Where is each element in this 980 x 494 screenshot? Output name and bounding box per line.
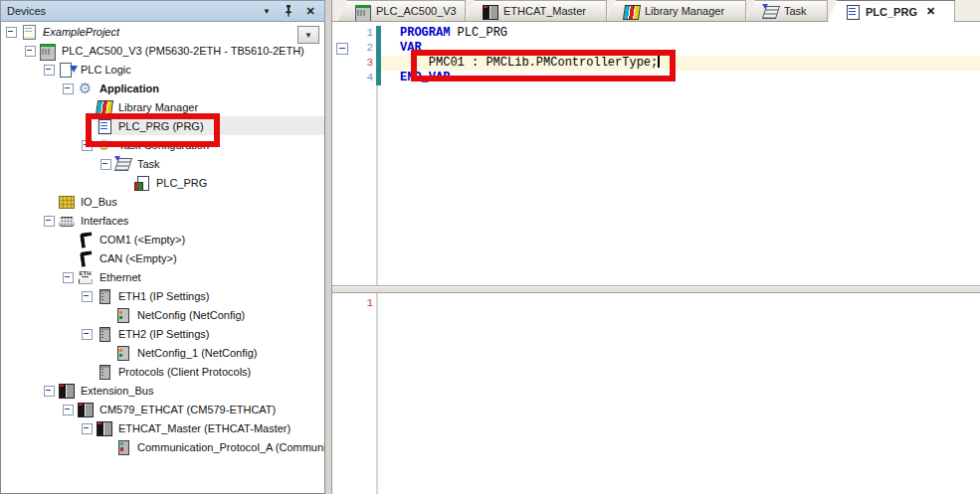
editor-splitter[interactable] xyxy=(332,285,980,293)
keyword: PROGRAM xyxy=(400,26,450,40)
tree-item-plc-ac500-v3[interactable]: PLC_AC500_V3 (PM5630-2ETH - TB5610-2ETH) xyxy=(1,41,324,60)
tree-item-label: ETH1 (IP Settings) xyxy=(116,290,212,302)
interfaces-connector-icon xyxy=(58,213,75,228)
collapse-toggle-icon[interactable] xyxy=(81,420,96,435)
tab-ethcat-master[interactable]: ETHCAT_Master xyxy=(466,0,607,21)
collapse-toggle-icon[interactable] xyxy=(5,24,20,39)
panel-menu-chevron-down-icon[interactable]: ▼ xyxy=(259,4,275,19)
tree-item-eth2[interactable]: ETH2 (IP Settings) xyxy=(1,324,324,343)
tree-item-task[interactable]: Task xyxy=(1,154,324,173)
collapse-toggle-icon[interactable] xyxy=(99,156,114,171)
implementation-editor[interactable]: 1 xyxy=(332,293,980,494)
tree-item-com1[interactable]: COM1 (<Empty>) xyxy=(1,230,324,248)
code-line-current[interactable]: 3 PMC01 : PMCLib.PMControllerType; xyxy=(332,56,980,71)
indent-spacer xyxy=(43,194,58,209)
tab-library-manager[interactable]: Library Manager xyxy=(607,0,746,21)
indent-spacer xyxy=(81,118,96,133)
tree-item-io-bus[interactable]: IO_Bus xyxy=(1,192,324,211)
fold-margin xyxy=(332,296,350,311)
code-line[interactable]: 2 VAR xyxy=(332,41,980,56)
code-line[interactable]: 1 xyxy=(332,296,980,311)
collapse-toggle-icon[interactable] xyxy=(43,62,58,77)
panel-pin-icon[interactable] xyxy=(281,4,296,19)
tree-item-library-manager[interactable]: Library Manager xyxy=(1,97,324,116)
tree-dropdown-button[interactable]: ▼ xyxy=(297,26,319,44)
collapse-toggle-icon[interactable] xyxy=(62,81,77,95)
tab-label: Task xyxy=(784,5,807,17)
collapse-toggle-icon[interactable] xyxy=(62,402,77,416)
tree-item-can[interactable]: CAN (<Empty>) xyxy=(1,248,324,267)
extension-bus-icon xyxy=(58,383,75,398)
tree-item-interfaces[interactable]: Interfaces xyxy=(1,211,324,230)
code-text[interactable] xyxy=(381,296,980,311)
tree-item-label: Task xyxy=(135,158,162,170)
tab-plc-ac500-v3[interactable]: PLC_AC500_V3 xyxy=(338,0,466,21)
tree-item-application[interactable]: ⚙ Application xyxy=(1,79,324,97)
tree-item-netconfig-1[interactable]: NetConfig_1 (NetConfig) xyxy=(1,343,324,362)
panel-close-icon[interactable]: ✕ xyxy=(302,4,318,19)
tab-label: PLC_PRG xyxy=(866,6,917,18)
indent-spacer xyxy=(99,345,114,360)
tree-item-protocols[interactable]: Protocols (Client Protocols) xyxy=(1,362,324,381)
keyword: END_VAR xyxy=(400,71,450,84)
pou-document-icon xyxy=(96,118,112,133)
tree-item-task-plc-prg[interactable]: PLC_PRG xyxy=(1,173,324,192)
library-books-icon xyxy=(96,99,112,114)
task-icon xyxy=(114,156,131,171)
tree-item-eth1[interactable]: ETH1 (IP Settings) xyxy=(1,286,324,305)
code-line[interactable]: 1 PROGRAM PLC_PRG xyxy=(332,26,980,41)
tree-item-label: PLC_PRG xyxy=(154,177,209,189)
tab-task[interactable]: Task xyxy=(746,0,828,21)
tree-item-label: ExampleProject xyxy=(41,26,121,38)
tree-item-communication-protocol-a[interactable]: Communication_Protocol_A (Communic xyxy=(1,437,324,456)
tree-item-label: CAN (<Empty>) xyxy=(98,252,179,264)
indent-spacer xyxy=(62,250,77,265)
text-cursor xyxy=(658,56,660,68)
indent-spacer xyxy=(99,439,114,454)
code-text[interactable]: PROGRAM PLC_PRG xyxy=(381,26,980,41)
ethernet-icon: ETH xyxy=(77,269,94,284)
tree-item-label: PLC_AC500_V3 (PM5630-2ETH - TB5610-2ETH) xyxy=(60,45,306,57)
indent-spacer xyxy=(81,99,96,114)
collapse-toggle-icon[interactable] xyxy=(81,137,96,152)
tree-item-exampleproject[interactable]: ExampleProject xyxy=(1,22,324,41)
netconfig-module-icon xyxy=(114,345,131,360)
collapse-toggle-icon[interactable] xyxy=(43,213,58,228)
tab-close-icon[interactable]: ✕ xyxy=(926,5,935,18)
tree-item-label: ETHCAT_Master (ETHCAT-Master) xyxy=(116,422,293,434)
declaration-editor[interactable]: 1 PROGRAM PLC_PRG 2 VAR 3 PMC01 : PMCLib… xyxy=(332,22,980,285)
plc-device-icon xyxy=(354,4,371,19)
tree-item-ethcat-master[interactable]: ETHCAT_Master (ETHCAT-Master) xyxy=(1,418,324,437)
tree-item-ethernet[interactable]: ETH Ethernet xyxy=(1,267,324,286)
collapse-toggle-icon[interactable] xyxy=(62,269,77,284)
tree-item-label: PLC_PRG (PRG) xyxy=(116,120,206,132)
code-line[interactable]: 4 END_VAR xyxy=(332,71,980,85)
devices-panel: Devices ▼ ✕ ▼ ExampleProject PLC_AC500_V… xyxy=(0,0,325,494)
tree-item-plc-prg[interactable]: PLC_PRG (PRG) xyxy=(1,116,324,135)
collapse-toggle-icon[interactable] xyxy=(43,383,58,398)
tab-plc-prg[interactable]: PLC_PRG ✕ xyxy=(828,0,955,22)
netconfig-module-icon xyxy=(114,307,131,322)
tree-item-label: ETH2 (IP Settings) xyxy=(116,328,212,340)
task-pou-call-icon xyxy=(133,175,150,190)
tree-item-plc-logic[interactable]: PLC Logic xyxy=(1,60,324,79)
fold-margin xyxy=(332,26,350,41)
collapse-toggle-icon[interactable] xyxy=(81,288,96,303)
code-text[interactable]: VAR xyxy=(381,41,980,56)
fold-toggle-icon[interactable] xyxy=(332,41,350,56)
tree-item-extension-bus[interactable]: Extension_Bus xyxy=(1,381,324,400)
tree-item-netconfig[interactable]: NetConfig (NetConfig) xyxy=(1,305,324,324)
com-port-icon xyxy=(77,232,94,247)
task-icon xyxy=(762,4,779,19)
tree-item-task-configuration[interactable]: ⚙ Task Configuration xyxy=(1,135,324,154)
devices-panel-title: Devices xyxy=(7,5,253,17)
extension-bus-icon xyxy=(482,4,498,19)
code-text[interactable]: PMC01 : PMCLib.PMControllerType; xyxy=(381,56,980,71)
collapse-toggle-icon[interactable] xyxy=(24,43,39,58)
editor-panel: PLC_AC500_V3 ETHCAT_Master Library Manag… xyxy=(331,0,980,494)
collapse-toggle-icon[interactable] xyxy=(81,326,96,341)
eth-module-icon xyxy=(96,326,112,341)
tree-item-label: Library Manager xyxy=(116,101,200,113)
code-text[interactable]: END_VAR xyxy=(381,71,980,85)
tree-item-cm579-ethcat[interactable]: CM579_ETHCAT (CM579-ETHCAT) xyxy=(1,400,324,418)
